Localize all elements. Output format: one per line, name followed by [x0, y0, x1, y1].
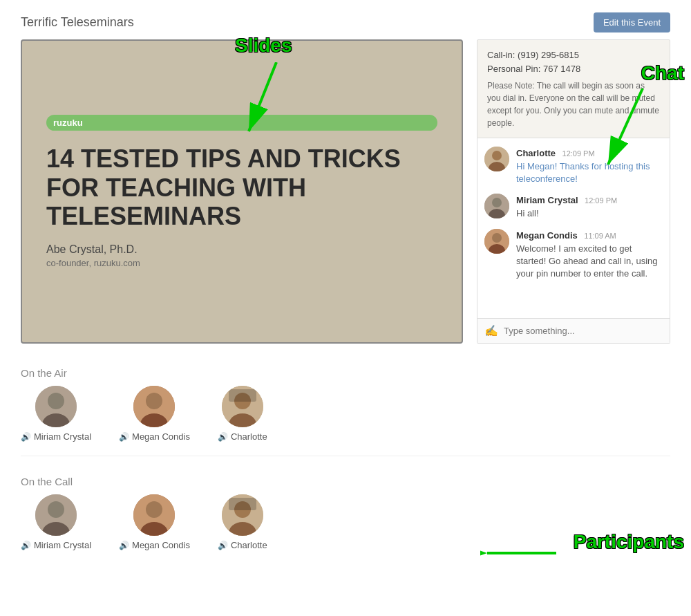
chat-text: Hi Megan! Thanks for hosting this teleco… — [516, 160, 663, 185]
svg-rect-18 — [229, 389, 256, 402]
on-the-call-header: On the Call — [0, 463, 691, 494]
participant-item: 🔊 Megan Condis — [119, 386, 190, 442]
participant-label: 🔊 Miriam Crystal — [21, 431, 91, 442]
chat-time: 12:09 PM — [562, 149, 595, 158]
slide-panel: ruzuku 14 TESTED TIPS AND TRICKS FOR TEA… — [21, 39, 463, 344]
participant-label: 🔊 Charlotte — [218, 431, 267, 442]
on-the-air-header: On the Air — [0, 355, 691, 386]
participant-item: 🔊 Charlotte — [218, 494, 267, 550]
chat-bubble-icon: ✍ — [484, 324, 498, 337]
chat-time: 12:09 PM — [585, 196, 617, 205]
participant-label: 🔊 Megan Condis — [119, 431, 190, 442]
chat-text: Welcome! I am excited to get started! Go… — [516, 243, 663, 281]
avatar-charlotte — [484, 147, 509, 171]
personal-pin: Personal Pin: 767 1478 — [487, 62, 660, 76]
participant-name: Charlotte — [231, 540, 267, 550]
call-info: Call-in: (919) 295-6815 Personal Pin: 76… — [477, 39, 670, 138]
participant-item: 🔊 Miriam Crystal — [21, 386, 91, 442]
slide-author-sub: co-founder, ruzuku.com — [46, 258, 437, 268]
svg-point-7 — [492, 233, 502, 243]
on-the-air-participants: 🔊 Miriam Crystal 🔊 Megan Condis — [0, 386, 691, 449]
chat-body-miriam: Miriam Crystal 12:09 PM Hi all! — [516, 194, 617, 220]
slide-title: 14 TESTED TIPS AND TRICKS FOR TEACHING W… — [46, 144, 437, 230]
avatar-megan — [484, 229, 509, 254]
edit-event-button[interactable]: Edit this Event — [594, 12, 670, 32]
chat-input[interactable] — [504, 326, 663, 336]
participant-name: Miriam Crystal — [34, 431, 91, 442]
speaker-icon: 🔊 — [21, 541, 31, 550]
main-content: ruzuku 14 TESTED TIPS AND TRICKS FOR TEA… — [0, 39, 691, 344]
chat-messages-list: Charlotte 12:09 PM Hi Megan! Thanks for … — [477, 138, 670, 319]
section-divider — [21, 456, 670, 456]
speaker-icon: 🔊 — [218, 432, 228, 442]
svg-point-10 — [48, 393, 64, 409]
svg-point-4 — [492, 198, 502, 207]
participant-label: 🔊 Charlotte — [218, 540, 267, 550]
participant-name: Megan Condis — [132, 540, 190, 550]
chat-text: Hi all! — [516, 207, 617, 220]
on-the-call-participants: 🔊 Miriam Crystal 🔊 Megan Condis — [0, 494, 691, 557]
svg-point-1 — [492, 151, 502, 160]
participant-label: 🔊 Megan Condis — [119, 540, 190, 550]
chat-time: 11:09 AM — [584, 232, 616, 240]
chat-body-megan: Megan Condis 11:09 AM Welcome! I am exci… — [516, 229, 663, 281]
chat-sender: Megan Condis — [516, 230, 578, 241]
avatar-megan-call — [133, 494, 175, 536]
speaker-icon: 🔊 — [119, 432, 129, 442]
svg-point-20 — [48, 501, 64, 518]
participant-name: Megan Condis — [132, 431, 190, 442]
avatar-miriam-air — [35, 386, 77, 427]
participant-item: 🔊 Megan Condis — [119, 494, 190, 550]
chat-sender: Charlotte — [516, 148, 556, 158]
svg-point-13 — [146, 393, 162, 409]
avatar-miriam — [484, 194, 509, 218]
svg-point-23 — [146, 501, 162, 518]
avatar-miriam-call — [35, 494, 77, 536]
app-title: Terrific Teleseminars — [21, 15, 134, 30]
svg-rect-28 — [229, 498, 256, 510]
chat-sender: Miriam Crystal — [516, 195, 578, 205]
slide-author: Abe Crystal, Ph.D. — [46, 243, 437, 256]
participant-name: Charlotte — [231, 431, 267, 442]
chat-panel: Call-in: (919) 295-6815 Personal Pin: 76… — [477, 39, 670, 344]
chat-input-row[interactable]: ✍ — [477, 319, 670, 344]
speaker-icon: 🔊 — [119, 541, 129, 550]
ruzuku-badge: ruzuku — [46, 115, 437, 131]
participant-name: Miriam Crystal — [34, 540, 91, 550]
avatar-megan-air — [133, 386, 175, 427]
call-note: Please Note: The call will begin as soon… — [487, 80, 660, 129]
callin-number: Call-in: (919) 295-6815 — [487, 48, 660, 62]
chat-message: Megan Condis 11:09 AM Welcome! I am exci… — [484, 229, 663, 281]
chat-message: Miriam Crystal 12:09 PM Hi all! — [484, 194, 663, 220]
speaker-icon: 🔊 — [21, 432, 31, 442]
speaker-icon: 🔊 — [218, 541, 228, 550]
avatar-charlotte-air — [222, 386, 263, 427]
header: Terrific Teleseminars Edit this Event — [0, 0, 691, 39]
participant-item: 🔊 Charlotte — [218, 386, 267, 442]
chat-body-charlotte: Charlotte 12:09 PM Hi Megan! Thanks for … — [516, 147, 663, 185]
avatar-charlotte-call — [222, 494, 263, 536]
participant-item: 🔊 Miriam Crystal — [21, 494, 91, 550]
chat-message: Charlotte 12:09 PM Hi Megan! Thanks for … — [484, 147, 663, 185]
participant-label: 🔊 Miriam Crystal — [21, 540, 91, 550]
